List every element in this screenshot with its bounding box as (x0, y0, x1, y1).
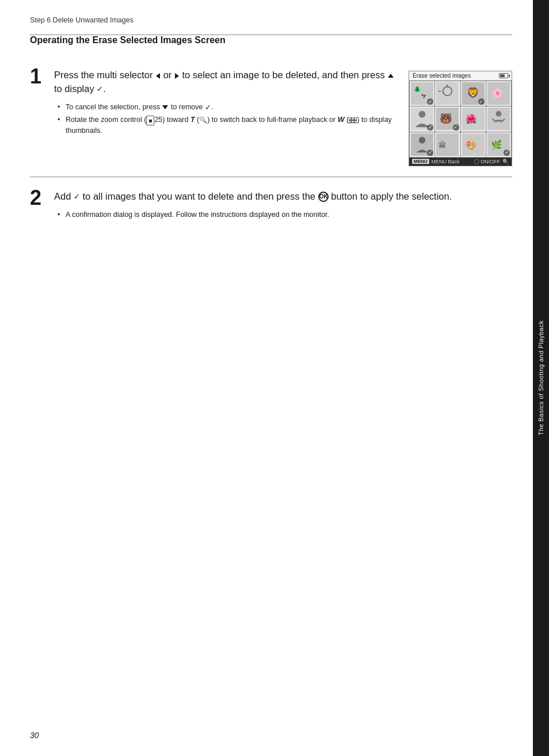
thumb-6: 🐻 ✓ (435, 106, 460, 131)
svg-point-24 (496, 111, 502, 117)
check-overlay-9: ✓ (427, 150, 433, 156)
step-1-main-text: Press the multi selector or to select an… (54, 68, 395, 96)
footer-right: ◯ ON/OFF 🔍 (474, 159, 509, 165)
triangle-down-icon (162, 105, 168, 109)
step-2-number: 2 (30, 188, 54, 208)
step-2-bullet: A confirmation dialog is displayed. Foll… (54, 209, 452, 220)
thumbnail-grid: 🌲 🦅 ✓ (409, 81, 512, 158)
svg-text:🐻: 🐻 (440, 113, 452, 125)
ref-box-1: ■ (146, 116, 154, 125)
step-1-body: Press the multi selector or to select an… (54, 68, 409, 138)
triangle-left-icon (156, 73, 160, 79)
thumb-3: 🦁 ✓ (461, 81, 486, 106)
section-heading: Operating the Erase Selected Images Scre… (30, 35, 512, 45)
page-container: Step 6 Delete Unwanted Images Operating … (0, 0, 549, 756)
svg-text:🦁: 🦁 (466, 86, 479, 99)
thumb-10: 🏛 (435, 132, 460, 157)
camera-screen-header: Erase selected images (409, 71, 512, 81)
step-2-main-text: Add ✓ to all images that you want to del… (54, 190, 452, 204)
t-label: T (190, 116, 195, 124)
svg-rect-2 (354, 117, 357, 120)
step-2: 2 Add ✓ to all images that you want to d… (30, 177, 512, 231)
svg-point-28 (419, 136, 426, 143)
thumb-1: 🌲 🦅 ✓ (410, 81, 434, 106)
svg-text:🌸: 🌸 (492, 87, 504, 98)
check-overlay-6: ✓ (453, 124, 459, 131)
grid-icon (349, 117, 357, 124)
menu-label: MENU (412, 159, 429, 164)
page-number: 30 (30, 731, 39, 740)
magnify-symbol: 🔍 (199, 116, 207, 123)
svg-text:🦅: 🦅 (421, 93, 427, 99)
battery-icon (499, 73, 508, 78)
sidebar-label: The Basics of Shooting and Playback (537, 320, 544, 436)
breadcrumb: Step 6 Delete Unwanted Images (30, 16, 512, 24)
footer-left: MENU MENU Back (412, 159, 460, 165)
ok-circle-button: OK (318, 192, 329, 202)
check-overlay-5: ✓ (427, 124, 433, 131)
step-1-bullets: To cancel the selection, press to remove… (54, 102, 395, 136)
main-content: Step 6 Delete Unwanted Images Operating … (0, 0, 533, 756)
step-2-body: Add ✓ to all images that you want to del… (54, 190, 452, 220)
triangle-right-icon (175, 73, 179, 79)
step-1: 1 Press the multi selector or to select … (30, 58, 512, 177)
footer-back-text: MENU Back (432, 159, 460, 165)
thumb-9: ✓ (410, 132, 434, 157)
camera-screen: Erase selected images 🌲 🦅 (409, 71, 512, 166)
thumb-12: 🌿 ✓ (486, 132, 511, 157)
bullet-2: Rotate the zoom control (■25) toward T (… (58, 114, 395, 136)
camera-screen-title: Erase selected images (413, 72, 471, 79)
thumb-image-10: 🏛 (436, 133, 459, 156)
thumb-image-8 (487, 108, 510, 130)
thumb-image-7: 🌺 (462, 108, 485, 130)
triangle-up-icon (388, 74, 394, 78)
thumb-image-2 (436, 82, 459, 105)
thumb-5: ✓ (410, 106, 434, 131)
sidebar-right: The Basics of Shooting and Playback (533, 0, 549, 756)
check-overlay-1: ✓ (427, 98, 433, 105)
step-2-inner: 2 Add ✓ to all images that you want to d… (30, 190, 512, 220)
footer-right-text: ON/OFF (481, 159, 500, 165)
thumb-4: 🌸 (486, 81, 511, 106)
check-overlay-12: ✓ (504, 150, 510, 156)
camera-screen-inner: Erase selected images 🌲 🦅 (409, 71, 512, 166)
battery-inner (500, 74, 505, 77)
svg-point-18 (419, 111, 426, 118)
camera-screen-footer: MENU MENU Back ◯ ON/OFF 🔍 (409, 158, 512, 166)
magnify-footer-icon: 🔍 (502, 159, 509, 165)
checkmark-symbol: ✓ (97, 84, 103, 95)
thumb-7: 🌺 (461, 106, 486, 131)
svg-rect-4 (352, 120, 354, 123)
w-label: W (338, 116, 345, 124)
svg-text:🏛: 🏛 (439, 141, 447, 150)
svg-text:🌿: 🌿 (491, 139, 502, 150)
thumb-11: 🎨 (461, 132, 486, 157)
svg-text:🌺: 🌺 (465, 114, 476, 125)
svg-rect-3 (349, 120, 351, 123)
checkmark-add-symbol: ✓ (74, 192, 80, 203)
svg-text:🎨: 🎨 (465, 139, 476, 150)
on-off-circle: ◯ (474, 159, 479, 164)
svg-rect-5 (354, 120, 357, 123)
step-1-number: 1 (30, 66, 54, 87)
thumb-image-4: 🌸 (487, 82, 510, 105)
thumb-image-11: 🎨 (462, 133, 485, 156)
thumb-2 (435, 81, 460, 106)
checkmark-symbol-2: ✓ (205, 102, 211, 113)
svg-text:🌲: 🌲 (414, 85, 421, 93)
thumb-8 (486, 106, 511, 131)
svg-rect-0 (349, 117, 351, 120)
bullet-1: To cancel the selection, press to remove… (58, 102, 395, 113)
check-overlay-3: ✓ (478, 98, 485, 105)
svg-rect-1 (352, 117, 354, 120)
